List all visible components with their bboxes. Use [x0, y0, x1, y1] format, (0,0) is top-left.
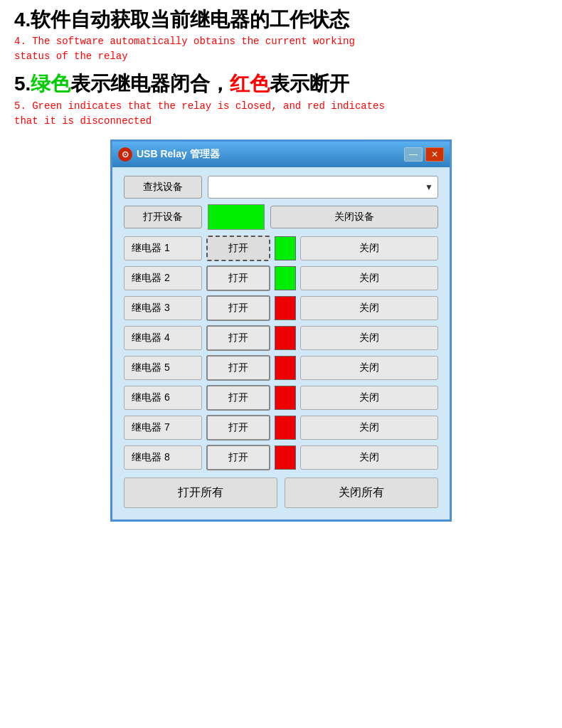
usb-relay-window: ⊙ USB Relay 管理器 — ✕ 查找设备 ▼ 打开设备 关闭设备 [110, 139, 452, 522]
relay-close-button[interactable]: 关闭 [300, 416, 438, 440]
relay-open-button[interactable]: 打开 [206, 385, 270, 411]
relay-status-indicator [275, 236, 296, 260]
relay-row: 继电器 2打开关闭 [124, 265, 438, 291]
relay-label: 继电器 2 [124, 266, 202, 290]
titlebar-left: ⊙ USB Relay 管理器 [118, 147, 220, 162]
window-wrapper: ⊙ USB Relay 管理器 — ✕ 查找设备 ▼ 打开设备 关闭设备 [14, 139, 548, 522]
relay-label: 继电器 8 [124, 445, 202, 470]
relay-open-button[interactable]: 打开 [206, 415, 270, 441]
relay-label: 继电器 4 [124, 326, 202, 350]
relay-status-indicator [275, 356, 296, 380]
relay-row: 继电器 7打开关闭 [124, 415, 438, 441]
device-status-indicator [208, 204, 265, 230]
chevron-down-icon: ▼ [425, 182, 433, 192]
section-5: 5.绿色表示继电器闭合，红色表示断开 5. Green indicates th… [14, 71, 548, 128]
section-4: 4.软件自动获取当前继电器的工作状态 4. The software autom… [14, 7, 548, 64]
relay-close-button[interactable]: 关闭 [300, 445, 438, 470]
relay-status-indicator [275, 296, 296, 320]
close-all-button[interactable]: 关闭所有 [285, 478, 438, 508]
relay-status-indicator [275, 266, 296, 290]
section-4-heading-english: 4. The software automatically obtains th… [14, 34, 548, 64]
relay-row: 继电器 5打开关闭 [124, 355, 438, 381]
relay-row: 继电器 3打开关闭 [124, 295, 438, 321]
relay-row: 继电器 6打开关闭 [124, 385, 438, 411]
relay-open-button[interactable]: 打开 [206, 295, 270, 321]
relay-close-button[interactable]: 关闭 [300, 326, 438, 350]
relay-row: 继电器 8打开关闭 [124, 445, 438, 470]
section-5-heading-english: 5. Green indicates that the relay is clo… [14, 99, 548, 129]
find-device-row: 查找设备 ▼ [124, 176, 438, 199]
relay-status-indicator [275, 445, 296, 470]
titlebar: ⊙ USB Relay 管理器 — ✕ [112, 142, 450, 167]
close-button[interactable]: ✕ [425, 147, 444, 162]
relay-open-button[interactable]: 打开 [206, 355, 270, 381]
relay-close-button[interactable]: 关闭 [300, 386, 438, 410]
section-5-heading-chinese: 5.绿色表示继电器闭合，红色表示断开 [14, 71, 548, 97]
relay-status-indicator [275, 386, 296, 410]
relay-label: 继电器 3 [124, 296, 202, 320]
relay-close-button[interactable]: 关闭 [300, 266, 438, 290]
titlebar-buttons: — ✕ [404, 147, 444, 162]
relay-open-button[interactable]: 打开 [206, 325, 270, 351]
close-device-button[interactable]: 关闭设备 [270, 206, 438, 228]
open-device-row: 打开设备 关闭设备 [124, 204, 438, 230]
minimize-button[interactable]: — [404, 147, 423, 162]
window-title: USB Relay 管理器 [137, 148, 220, 161]
find-device-button[interactable]: 查找设备 [124, 176, 202, 199]
relay-close-button[interactable]: 关闭 [300, 296, 438, 320]
relay-close-button[interactable]: 关闭 [300, 356, 438, 380]
relay-label: 继电器 7 [124, 416, 202, 440]
device-dropdown[interactable]: ▼ [208, 176, 438, 199]
relay-status-indicator [275, 416, 296, 440]
relay-list: 继电器 1打开关闭继电器 2打开关闭继电器 3打开关闭继电器 4打开关闭继电器 … [124, 236, 438, 470]
open-device-button[interactable]: 打开设备 [124, 206, 202, 228]
bottom-row: 打开所有 关闭所有 [124, 478, 438, 508]
relay-open-button[interactable]: 打开 [206, 265, 270, 291]
relay-label: 继电器 6 [124, 386, 202, 410]
relay-open-button[interactable]: 打开 [206, 445, 270, 470]
relay-row: 继电器 1打开关闭 [124, 236, 438, 261]
relay-row: 继电器 4打开关闭 [124, 325, 438, 351]
relay-close-button[interactable]: 关闭 [300, 236, 438, 260]
section-4-heading-chinese: 4.软件自动获取当前继电器的工作状态 [14, 7, 548, 33]
window-body: 查找设备 ▼ 打开设备 关闭设备 继电器 1打开关闭继电器 2打开关闭继电器 3… [112, 167, 450, 519]
app-icon: ⊙ [118, 147, 132, 162]
relay-label: 继电器 5 [124, 356, 202, 380]
relay-open-button[interactable]: 打开 [206, 236, 270, 261]
relay-status-indicator [275, 326, 296, 350]
relay-label: 继电器 1 [124, 236, 202, 260]
open-all-button[interactable]: 打开所有 [124, 478, 277, 508]
